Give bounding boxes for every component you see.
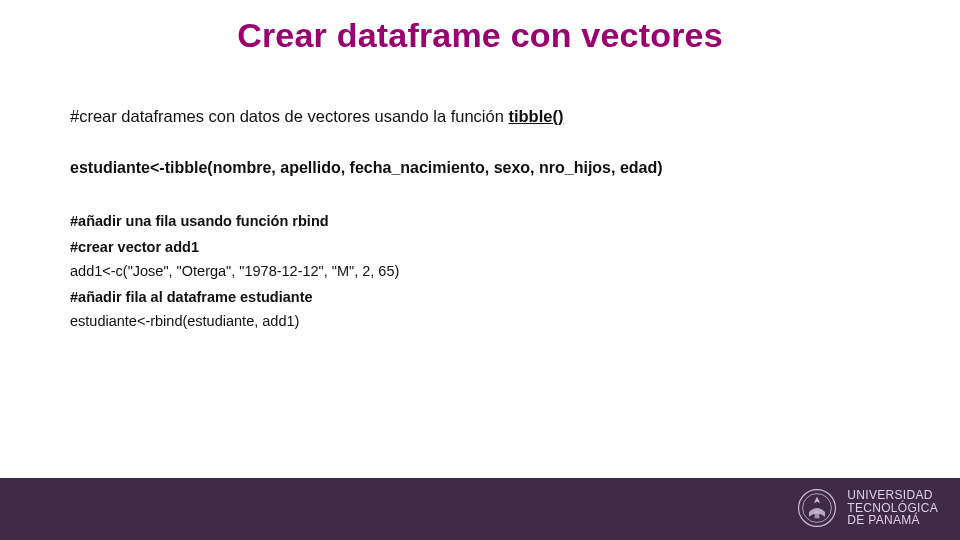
slide-title: Crear dataframe con vectores [0, 16, 960, 55]
code-rbind-call: estudiante<-rbind(estudiante, add1) [70, 313, 890, 329]
section-rbind: #añadir una fila usando función rbind #c… [70, 213, 890, 329]
university-logo: UNIVERSIDAD TECNOLÓGICA DE PANAMÁ [797, 488, 938, 528]
comment-rbind: #añadir una fila usando función rbind [70, 213, 890, 229]
slide: Crear dataframe con vectores #crear data… [0, 0, 960, 540]
comment-tibble: #crear dataframes con datos de vectores … [70, 105, 890, 127]
university-logo-text: UNIVERSIDAD TECNOLÓGICA DE PANAMÁ [847, 489, 938, 527]
footer-bar: UNIVERSIDAD TECNOLÓGICA DE PANAMÁ [0, 478, 960, 540]
university-seal-icon [797, 488, 837, 528]
logo-line-1: UNIVERSIDAD [847, 489, 938, 502]
code-tibble-call: estudiante<-tibble(nombre, apellido, fec… [70, 157, 890, 179]
comment-create-add1: #crear vector add1 [70, 239, 890, 255]
slide-body: #crear dataframes con datos de vectores … [70, 105, 890, 339]
comment-add-row: #añadir fila al dataframe estudiante [70, 289, 890, 305]
svg-rect-2 [815, 511, 820, 518]
comment-tibble-fn: tibble() [508, 107, 563, 125]
comment-tibble-text: #crear dataframes con datos de vectores … [70, 107, 508, 125]
code-add1-vector: add1<-c("Jose", "Oterga", "1978-12-12", … [70, 263, 890, 279]
logo-line-3: DE PANAMÁ [847, 514, 938, 527]
